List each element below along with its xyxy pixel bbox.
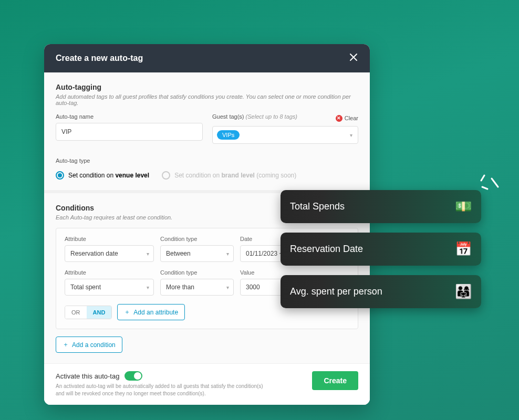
modal-footer: Activate this auto-tag An activated auto… [44,363,370,405]
close-icon[interactable] [349,52,358,64]
autotag-name-input[interactable] [56,123,203,141]
attribute-col-label: Attribute [65,236,154,242]
condition-type-select[interactable]: More than ▾ [160,279,234,296]
plus-icon: ＋ [124,308,130,317]
attribute-col-label: Attribute [65,269,154,276]
chip-avg-spent: Avg. spent per person 👨‍👩‍👧 [281,275,481,308]
chip-total-spends: Total Spends 💵 [281,190,481,223]
section-description: Add automated tags to all guest profiles… [56,93,358,106]
chip-label: Avg. spent per person [290,286,382,297]
radio-venue-level[interactable]: Set condition on venue level [56,171,149,180]
chip-label: Reservation Date [290,244,363,255]
modal-title: Create a new auto-tag [56,54,143,63]
logic-or-button[interactable]: OR [65,306,87,319]
chevron-down-icon: ▾ [350,132,352,138]
chevron-down-icon: ▾ [226,285,229,290]
money-icon: 💵 [455,198,472,215]
guest-tags-select[interactable]: VIPs ▾ [212,126,358,144]
autotag-name-label: Auto-tag name [56,113,203,120]
create-button[interactable]: Create [312,371,358,390]
autotagging-section: Auto-tagging Add automated tags to all g… [44,72,370,190]
add-condition-button[interactable]: ＋ Add a condition [56,337,122,353]
attribute-select[interactable]: Total spent ▾ [65,279,154,296]
tag-pill: VIPs [217,130,240,140]
feature-chips: Total Spends 💵 Reservation Date 📅 Avg. s… [281,190,481,308]
activate-toggle[interactable] [124,371,142,381]
chevron-down-icon: ▾ [147,285,149,290]
condtype-col-label: Condition type [160,269,234,276]
guest-tags-label: Guest tag(s) (Select up to 8 tags) [212,113,297,120]
svg-line-3 [492,178,498,187]
plus-icon: ＋ [63,340,69,349]
section-heading: Auto-tagging [56,83,358,91]
activate-block: Activate this auto-tag An activated auto… [56,371,266,397]
condtype-col-label: Condition type [160,236,234,242]
condition-type-select[interactable]: Between ▾ [160,245,234,262]
svg-line-2 [481,175,484,181]
chevron-down-icon: ▾ [226,251,229,257]
logic-toggle: OR AND [65,306,112,319]
attribute-select[interactable]: Reservation date ▾ [65,245,154,262]
autotag-type-label: Auto-tag type [56,158,90,164]
logic-and-button[interactable]: AND [87,306,112,319]
activate-description: An activated auto-tag will be automatica… [56,383,266,397]
chip-label: Total Spends [290,201,345,212]
radio-brand-level: Set condition on brand level (coming soo… [162,171,296,180]
calendar-icon: 📅 [455,241,472,257]
family-icon: 👨‍👩‍👧 [455,284,472,300]
activate-label: Activate this auto-tag [56,372,119,380]
modal-header: Create a new auto-tag [44,44,370,72]
sparkle-icon [480,171,506,200]
guest-tags-field: Guest tag(s) (Select up to 8 tags) ✕ Cle… [212,113,358,144]
radio-icon [162,171,170,180]
autotag-type-block: Auto-tag type Set condition on venue lev… [56,155,358,180]
add-attribute-button[interactable]: ＋ Add an attribute [117,304,185,320]
clear-tags-button[interactable]: ✕ Clear [336,115,358,122]
clear-icon: ✕ [336,115,342,122]
radio-icon [56,171,64,180]
svg-line-4 [482,187,487,189]
chevron-down-icon: ▾ [147,251,149,257]
chip-reservation-date: Reservation Date 📅 [281,233,481,266]
autotag-name-field: Auto-tag name [56,113,203,144]
